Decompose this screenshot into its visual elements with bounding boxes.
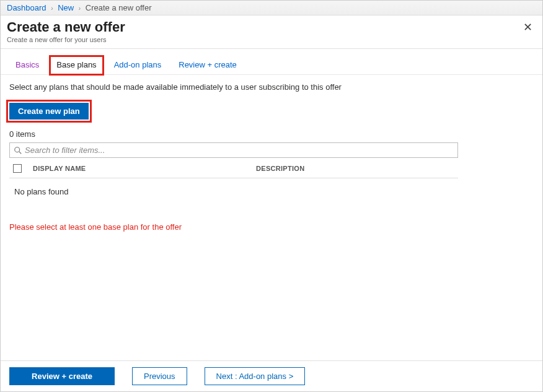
tab-addon-plans[interactable]: Add-on plans (108, 56, 168, 74)
next-button[interactable]: Next : Add-on plans > (205, 367, 306, 385)
validation-error: Please select at least one base plan for… (9, 222, 534, 232)
column-description[interactable]: DESCRIPTION (256, 165, 454, 172)
previous-button[interactable]: Previous (132, 367, 187, 385)
page-title: Create a new offer (7, 19, 125, 35)
page-header: Create a new offer Create a new offer fo… (1, 15, 542, 49)
breadcrumb-current: Create a new offer (86, 3, 152, 12)
page-subtitle: Create a new offer for your users (7, 36, 125, 43)
search-box[interactable] (9, 142, 458, 158)
tabs: Basics Base plans Add-on plans Review + … (1, 49, 542, 75)
tab-basics[interactable]: Basics (9, 56, 45, 74)
items-count: 0 items (9, 129, 534, 139)
main-content: Select any plans that should be made ava… (1, 75, 542, 232)
empty-state: No plans found (9, 178, 534, 205)
column-display-name[interactable]: DISPLAY NAME (33, 165, 256, 172)
create-new-plan-button[interactable]: Create new plan (9, 103, 89, 120)
svg-point-0 (15, 147, 20, 152)
review-create-button[interactable]: Review + create (9, 367, 115, 385)
svg-line-1 (19, 151, 22, 154)
table-header: DISPLAY NAME DESCRIPTION (9, 158, 458, 178)
instruction-text: Select any plans that should be made ava… (9, 82, 534, 92)
breadcrumb-new[interactable]: New (58, 3, 74, 12)
chevron-right-icon: › (79, 5, 81, 12)
chevron-right-icon: › (51, 5, 53, 12)
close-icon[interactable]: ✕ (519, 19, 536, 35)
breadcrumb: Dashboard › New › Create a new offer (1, 1, 542, 15)
tab-base-plans[interactable]: Base plans (50, 56, 102, 74)
search-input[interactable] (25, 146, 454, 155)
select-all-checkbox[interactable] (13, 164, 22, 173)
breadcrumb-dashboard[interactable]: Dashboard (7, 3, 46, 12)
tab-review-create[interactable]: Review + create (172, 56, 243, 74)
search-icon (14, 146, 22, 155)
footer-actions: Review + create Previous Next : Add-on p… (1, 360, 542, 391)
